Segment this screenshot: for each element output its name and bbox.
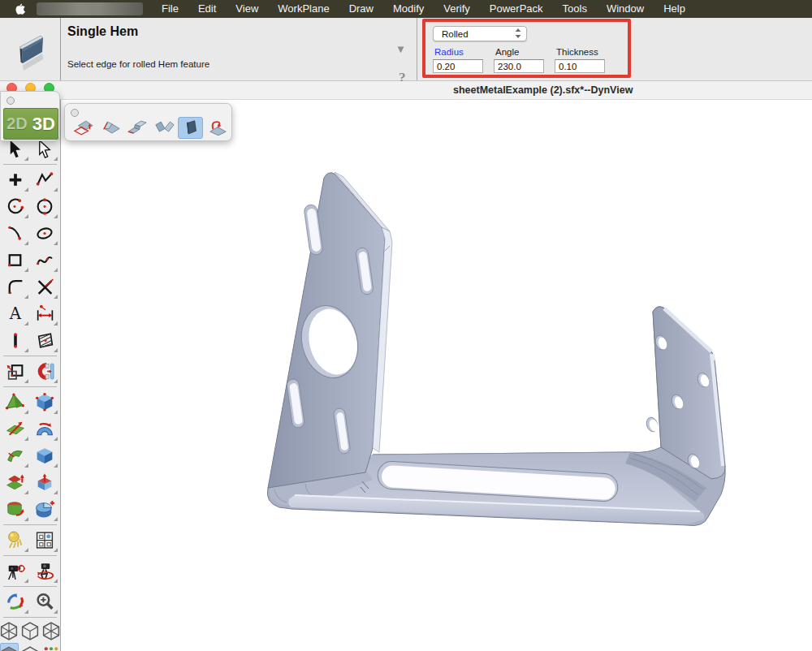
radius-input[interactable] — [433, 59, 483, 73]
fillet-tool[interactable] — [2, 274, 29, 300]
sidebar-divider — [3, 555, 57, 556]
select-open-arrow-icon — [34, 139, 55, 159]
rolled-hem-icon — [207, 118, 228, 138]
render-sphere-tool[interactable] — [2, 528, 29, 553]
rectangle-tool[interactable] — [2, 248, 29, 273]
menu-verify[interactable]: Verify — [434, 0, 480, 18]
shade-cube-icon — [19, 644, 41, 651]
menu-tools[interactable]: Tools — [553, 0, 597, 18]
curve-icon — [5, 223, 26, 244]
sidebar-row — [0, 390, 60, 415]
menu-bar: FileEditViewWorkPlaneDrawModifyVerifyPow… — [0, 0, 812, 18]
duplicate-icon — [5, 361, 26, 382]
camera-walk-tool[interactable] — [32, 558, 58, 584]
menu-view[interactable]: View — [226, 0, 268, 18]
hatch-tool[interactable] — [32, 328, 58, 353]
sheet-metal-palette — [64, 103, 232, 141]
menu-help[interactable]: Help — [654, 0, 695, 18]
bend-tool[interactable] — [151, 117, 176, 139]
cube-handles-tool[interactable] — [32, 390, 58, 415]
wire-cube-xray2-tool[interactable] — [42, 620, 61, 641]
text-tool[interactable]: A — [2, 301, 29, 326]
thickness-input[interactable] — [555, 59, 605, 73]
select-arrows-icon — [515, 28, 521, 40]
apple-menu-icon[interactable] — [15, 2, 27, 15]
arc-icon — [5, 196, 26, 217]
ellipse-tool[interactable] — [32, 221, 58, 246]
magnet-tool[interactable] — [32, 359, 58, 384]
sidebar-row — [0, 558, 60, 584]
camera-tripod-tool[interactable] — [2, 558, 29, 584]
header-divider — [417, 18, 417, 80]
shade-cube-selected-tool[interactable] — [0, 643, 19, 651]
menu-workplane[interactable]: WorkPlane — [268, 0, 339, 18]
dimension-tool[interactable] — [32, 301, 58, 326]
sidebar-row — [0, 497, 60, 522]
circle-tool[interactable] — [32, 194, 58, 219]
point-icon — [5, 170, 26, 190]
menu-file[interactable]: File — [152, 0, 188, 18]
active-tool-icon-box — [0, 18, 61, 80]
collapse-panel-button[interactable]: ▼ — [395, 43, 406, 55]
curve-tool[interactable] — [2, 221, 29, 246]
wire-cube-tool[interactable] — [21, 620, 40, 641]
menu-window[interactable]: Window — [597, 0, 654, 18]
unfold-sheet-tool[interactable] — [71, 117, 96, 139]
mode-button-2d[interactable]: 2D — [6, 114, 28, 133]
rolled-hem-tool[interactable] — [205, 117, 230, 139]
menu-edit[interactable]: Edit — [188, 0, 226, 18]
sidebar-divider — [3, 586, 57, 587]
orbit-tool[interactable] — [2, 589, 29, 614]
dimension-icon — [34, 304, 55, 324]
pyramid-tool[interactable] — [2, 390, 29, 415]
jog-tool[interactable] — [124, 117, 149, 139]
trim-cross-tool[interactable] — [32, 274, 58, 300]
sidebar-row — [0, 194, 60, 219]
zoom-in-tool[interactable] — [32, 589, 58, 614]
sidebar-row — [0, 643, 60, 651]
pyramid-icon — [5, 392, 26, 412]
menu-draw[interactable]: Draw — [339, 0, 383, 18]
model-left-flange[interactable] — [268, 172, 392, 488]
edge-flange-tool[interactable] — [97, 117, 123, 139]
bend-icon — [153, 118, 175, 138]
single-hem-tool[interactable] — [178, 117, 203, 139]
plane-arrow-icon — [5, 419, 26, 439]
revolve-solid-tool[interactable] — [2, 497, 29, 522]
shade-dots-tool[interactable] — [42, 643, 61, 651]
sidebar-row — [0, 620, 60, 641]
cube-solid-tool[interactable] — [32, 443, 58, 468]
sidebar-row — [0, 167, 60, 192]
revolve-arch-tool[interactable] — [32, 416, 58, 442]
hem-type-select[interactable]: Rolled — [433, 26, 527, 41]
menu-powerpack[interactable]: PowerPack — [480, 0, 553, 18]
segment-tool[interactable] — [2, 328, 29, 353]
sidebar-row — [0, 274, 60, 300]
document-title: sheetMetalExample (2).sfx*--DynView — [453, 84, 633, 96]
point-tool[interactable] — [2, 167, 29, 192]
mode-button-3d[interactable]: 3D — [32, 114, 55, 135]
palette-close-icon[interactable] — [6, 97, 15, 105]
wire-cube-xray-tool[interactable] — [0, 620, 19, 641]
duplicate-tool[interactable] — [2, 359, 29, 384]
polyline-tool[interactable] — [32, 167, 58, 192]
menu-modify[interactable]: Modify — [383, 0, 434, 18]
stack-extrude-tool[interactable] — [2, 470, 29, 495]
angle-input[interactable] — [494, 59, 544, 73]
viewport[interactable] — [62, 100, 812, 651]
pie-add-icon — [34, 499, 55, 520]
app-window: FileEditViewWorkPlaneDrawModifyVerifyPow… — [0, 0, 812, 651]
pie-add-tool[interactable] — [32, 497, 58, 522]
menu-items: FileEditViewWorkPlaneDrawModifyVerifyPow… — [152, 0, 695, 18]
shade-cube-tool[interactable] — [21, 643, 40, 651]
bent-sheet-tool[interactable] — [2, 443, 29, 468]
palette-close-icon[interactable] — [71, 109, 79, 117]
arc-tool[interactable] — [2, 194, 29, 219]
plane-arrow-tool[interactable] — [2, 416, 29, 442]
spline-icon — [34, 250, 55, 270]
model-3d — [62, 100, 812, 651]
sidebar-row — [0, 328, 60, 353]
render-window-tool[interactable] — [32, 528, 58, 553]
box-extrude-tool[interactable] — [32, 470, 58, 495]
spline-tool[interactable] — [32, 248, 58, 273]
